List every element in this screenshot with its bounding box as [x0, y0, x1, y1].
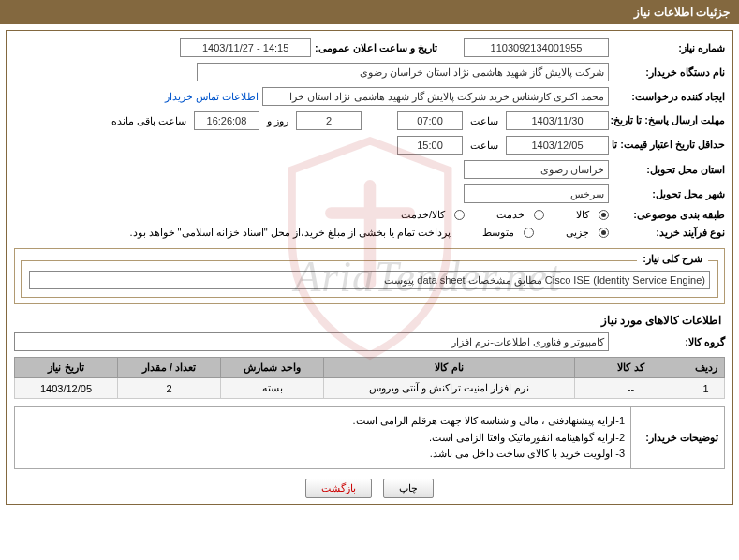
deadline-remain-label: ساعت باقی مانده	[111, 115, 186, 127]
note-line-1: 1-ارایه پیشنهادفنی ، مالی و شناسه کالا ج…	[21, 413, 625, 430]
th-qty: تعداد / مقدار	[118, 358, 221, 378]
province-field: خراسان رضوی	[464, 160, 609, 179]
category-opt-2: کالا/خدمت	[401, 209, 445, 221]
category-radio-service[interactable]	[534, 210, 544, 220]
th-idx: ردیف	[687, 358, 725, 378]
cell-unit: بسته	[221, 378, 324, 399]
print-button[interactable]: چاپ	[383, 479, 434, 498]
deadline-time-label: ساعت	[470, 115, 498, 127]
validity-time-label: ساعت	[470, 140, 498, 152]
page-title: جزئیات اطلاعات نیاز	[0, 0, 739, 24]
th-unit: واحد شمارش	[221, 358, 324, 378]
validity-date-field: 1403/12/05	[506, 136, 609, 155]
th-name: نام کالا	[324, 358, 575, 378]
announce-field: 14:15 - 1403/11/27	[180, 38, 311, 57]
process-opt-0: جزیی	[566, 227, 589, 239]
goods-section-title: اطلاعات کالاهای مورد نیاز	[18, 314, 721, 327]
description-outer-panel: شرح کلی نیاز: Cisco ISE (Identity Servic…	[14, 248, 725, 304]
process-label: نوع فرآیند خرید:	[613, 227, 725, 239]
group-label: گروه کالا:	[613, 336, 725, 348]
buyer-notes-body: 1-ارایه پیشنهادفنی ، مالی و شناسه کالا ج…	[15, 407, 630, 468]
buyer-notes-label: توضیحات خریدار:	[630, 407, 724, 468]
deadline-days-field: 2	[296, 111, 362, 130]
description-field: Cisco ISE (Identity Service Engine) مطاب…	[29, 271, 710, 289]
goods-table: ردیف کد کالا نام کالا واحد شمارش تعداد /…	[14, 357, 725, 399]
cell-name: نرم افزار امنیت تراکنش و آنتی ویروس	[324, 378, 575, 399]
deadline-clock-field: 16:26:08	[194, 111, 259, 130]
category-label: طبقه بندی موضوعی:	[613, 209, 725, 221]
deadline-days-label: روز و	[267, 115, 288, 127]
process-radio-medium[interactable]	[524, 228, 534, 238]
requester-label: ایجاد کننده درخواست:	[613, 91, 725, 103]
cell-code: --	[575, 378, 687, 399]
main-panel: AriaTender.net شماره نیاز: 1103092134001…	[6, 30, 733, 505]
table-row: 1 -- نرم افزار امنیت تراکنش و آنتی ویروس…	[15, 378, 725, 399]
description-title: شرح کلی نیاز:	[637, 253, 708, 265]
note-line-2: 2-ارایه گواهینامه انفورماتیک وافتا الزام…	[21, 430, 625, 447]
process-note: پرداخت تمام یا بخشی از مبلغ خرید،از محل …	[129, 227, 451, 239]
buyer-contact-link[interactable]: اطلاعات تماس خریدار	[165, 91, 259, 103]
category-radio-goods[interactable]	[599, 210, 609, 220]
cell-idx: 1	[687, 378, 725, 399]
requester-field: محمد اکبری کارشناس خرید شرکت پالایش گاز …	[262, 87, 609, 106]
category-opt-1: خدمت	[496, 209, 525, 221]
process-opt-1: متوسط	[482, 227, 514, 239]
deadline-time-field: 07:00	[397, 111, 463, 130]
cell-date: 1403/12/05	[15, 378, 118, 399]
group-field: کامپیوتر و فناوری اطلاعات-نرم افزار	[14, 332, 609, 351]
deadline-label: مهلت ارسال پاسخ: تا تاریخ:	[613, 114, 725, 126]
city-label: شهر محل تحویل:	[613, 188, 725, 200]
province-label: استان محل تحویل:	[613, 164, 725, 176]
deadline-date-field: 1403/11/30	[506, 111, 609, 130]
announce-label: تاریخ و ساعت اعلان عمومی:	[315, 42, 437, 54]
need-number-label: شماره نیاز:	[613, 42, 725, 54]
cell-qty: 2	[118, 378, 221, 399]
city-field: سرخس	[464, 184, 609, 203]
th-date: تاریخ نیاز	[15, 358, 118, 378]
back-button[interactable]: بازگشت	[305, 479, 372, 498]
buyer-label: نام دستگاه خریدار:	[613, 66, 725, 79]
validity-time-field: 15:00	[397, 136, 463, 155]
button-row: چاپ بازگشت	[14, 479, 725, 498]
category-opt-0: کالا	[576, 209, 589, 221]
category-radio-both[interactable]	[454, 210, 465, 220]
description-panel: شرح کلی نیاز: Cisco ISE (Identity Servic…	[21, 260, 718, 298]
buyer-field: شرکت پالایش گاز شهید هاشمی نژاد استان خر…	[197, 63, 609, 81]
note-line-3: 3- اولویت خرید با کالای ساخت داخل می باش…	[21, 446, 625, 463]
table-header-row: ردیف کد کالا نام کالا واحد شمارش تعداد /…	[15, 358, 725, 378]
process-radio-small[interactable]	[599, 228, 609, 238]
need-number-field: 1103092134001955	[464, 38, 609, 57]
buyer-notes-box: توضیحات خریدار: 1-ارایه پیشنهادفنی ، مال…	[14, 406, 725, 469]
validity-label: حداقل تاریخ اعتبار قیمت: تا تاریخ:	[613, 139, 725, 151]
th-code: کد کالا	[575, 358, 687, 378]
